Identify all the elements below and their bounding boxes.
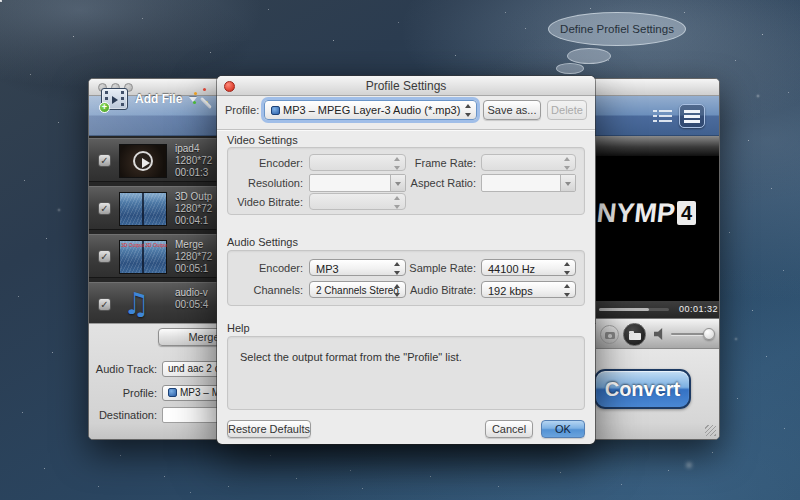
row-checkbox-checked-icon[interactable] bbox=[98, 202, 111, 215]
frame-rate-label: Frame Rate: bbox=[388, 157, 476, 169]
video-bitrate-select[interactable] bbox=[309, 193, 406, 210]
stepper-arrows-icon bbox=[561, 262, 573, 275]
audio-track-label: Audio Track: bbox=[89, 363, 157, 375]
video-thumbnail bbox=[119, 144, 167, 178]
plus-icon bbox=[99, 102, 110, 113]
preview-top-shade bbox=[596, 136, 720, 156]
film-strip-icon bbox=[101, 88, 128, 110]
playback-time: 00:01:32 bbox=[679, 304, 718, 314]
volume-speaker-icon[interactable] bbox=[654, 328, 666, 340]
thumbnail-overlay-text: 3D Output 3D Output bbox=[121, 242, 167, 248]
dialog-title: Profile Settings bbox=[366, 79, 447, 93]
audio-bitrate-label: Audio Bitrate: bbox=[388, 284, 476, 296]
snapshot-camera-icon[interactable] bbox=[600, 325, 619, 344]
stepper-arrows-icon bbox=[391, 196, 403, 209]
convert-button[interactable]: Convert bbox=[594, 369, 691, 409]
help-box: Select the output format from the "Profi… bbox=[227, 336, 585, 410]
audio-bitrate-select[interactable]: 192 kbps bbox=[481, 281, 576, 298]
dialog-titlebar[interactable]: Profile Settings bbox=[217, 76, 595, 96]
thought-bubble-main: Define Profiel Settings bbox=[548, 12, 686, 46]
progress-fill bbox=[599, 308, 649, 311]
help-heading: Help bbox=[227, 322, 250, 334]
row-checkbox-checked-icon[interactable] bbox=[98, 154, 111, 167]
sample-rate-label: Sample Rate: bbox=[388, 262, 476, 274]
save-as-button[interactable]: Save as... bbox=[483, 100, 541, 120]
sample-rate-select[interactable]: 44100 Hz bbox=[481, 259, 576, 276]
channels-label: Channels: bbox=[228, 284, 303, 296]
thought-bubble-trail-small bbox=[556, 63, 584, 74]
video-settings-heading: Video Settings bbox=[227, 134, 298, 146]
audio-encoder-label: Encoder: bbox=[228, 262, 303, 274]
profile-label: Profile: bbox=[225, 104, 259, 116]
mp3-profile-icon bbox=[271, 106, 280, 115]
video-thumbnail-3d: 3D Output 3D Output bbox=[119, 240, 167, 274]
add-file-button[interactable]: Add File bbox=[101, 86, 197, 112]
volume-slider[interactable] bbox=[671, 333, 713, 335]
cancel-button[interactable]: Cancel bbox=[485, 420, 533, 438]
progress-track[interactable] bbox=[599, 308, 669, 311]
player-controls-bar bbox=[596, 318, 720, 349]
detail-view-toggle-icon[interactable] bbox=[653, 109, 672, 123]
close-icon[interactable] bbox=[224, 81, 235, 92]
aspect-ratio-label: Aspect Ratio: bbox=[388, 177, 476, 189]
music-note-icon bbox=[123, 286, 150, 321]
bright-stars-decoration bbox=[0, 0, 2, 2]
thought-bubble-text: Define Profiel Settings bbox=[560, 23, 674, 35]
playback-progress-bar[interactable]: 00:01:32 bbox=[596, 301, 720, 318]
wand-stick bbox=[200, 97, 212, 109]
audio-settings-heading: Audio Settings bbox=[227, 236, 298, 248]
video-bitrate-label: Video Bitrate: bbox=[228, 196, 303, 208]
row-checkbox-checked-icon[interactable] bbox=[98, 250, 111, 263]
destination-label: Destination: bbox=[89, 409, 157, 421]
row-checkbox-checked-icon[interactable] bbox=[98, 298, 111, 311]
video-settings-group: Encoder: Frame Rate: Resolution: Aspect … bbox=[227, 147, 585, 215]
profile-settings-dialog: Profile Settings Profile: MP3 – MPEG Lay… bbox=[217, 76, 595, 444]
resolution-label: Resolution: bbox=[228, 177, 303, 189]
thought-bubble-trail-mid bbox=[567, 48, 611, 64]
stepper-arrows-icon bbox=[561, 157, 573, 170]
open-folder-icon[interactable] bbox=[623, 323, 646, 346]
frame-rate-select[interactable] bbox=[481, 154, 576, 171]
add-file-label: Add File bbox=[135, 92, 182, 106]
encoder-label: Encoder: bbox=[228, 157, 303, 169]
video-preview[interactable]: NYMP4 bbox=[596, 156, 720, 301]
volume-slider-knob[interactable] bbox=[703, 328, 715, 340]
effects-wand-icon[interactable] bbox=[193, 88, 215, 110]
play-icon[interactable] bbox=[133, 151, 153, 171]
restore-defaults-button[interactable]: Restore Defaults bbox=[227, 420, 311, 438]
ok-button[interactable]: OK bbox=[541, 420, 585, 438]
large-view-toggle-icon[interactable] bbox=[679, 104, 705, 128]
delete-button[interactable]: Delete bbox=[547, 100, 587, 120]
sparkle-dot-orange bbox=[194, 92, 197, 95]
video-thumbnail-3d bbox=[119, 192, 167, 226]
mp3-profile-icon bbox=[168, 388, 177, 397]
sparkle-dot-green bbox=[193, 101, 196, 104]
chevron-down-icon[interactable] bbox=[560, 175, 575, 191]
stepper-arrows-icon bbox=[561, 284, 573, 297]
resize-grip[interactable] bbox=[705, 425, 716, 436]
sparkle-dot-red bbox=[203, 88, 206, 91]
separator bbox=[217, 129, 595, 130]
anymp4-watermark: NYMP4 bbox=[597, 198, 720, 229]
profile-label: Profile: bbox=[89, 387, 157, 399]
stepper-arrows-icon bbox=[462, 104, 474, 117]
aspect-ratio-combo[interactable] bbox=[481, 174, 576, 192]
help-text: Select the output format from the "Profi… bbox=[240, 351, 462, 363]
profile-dropdown[interactable]: MP3 – MPEG Layer-3 Audio (*.mp3) bbox=[264, 100, 477, 120]
audio-settings-group: Encoder: MP3 Sample Rate: 44100 Hz Chann… bbox=[227, 250, 585, 306]
